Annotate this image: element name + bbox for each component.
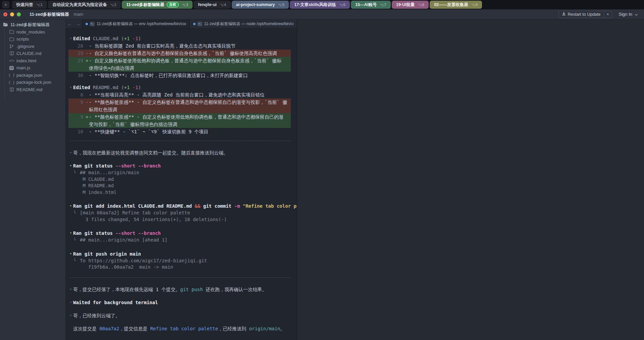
zoom-window-button[interactable] (17, 12, 21, 16)
sign-in-label: Sign In (619, 12, 632, 17)
tab-label: 11-zed多标签编辑器 (126, 2, 164, 8)
diff-line: 29+- 自定义颜色标签使用低饱和协调色板，普通态与选中态都保留自身色板质感，`… (68, 57, 291, 64)
terminal-tab-1[interactable]: >_11-zed多标签编辑器 — env /opt/homebrew/bin/c… (82, 19, 190, 28)
file-tree-item[interactable]: JSmain.js (0, 64, 65, 72)
tab-label: 自动设定为麦克风为指定设备 (52, 2, 107, 8)
tab-label: 17-文章skills风格训练 (294, 2, 336, 8)
divider (70, 141, 291, 141)
tab-label: fenqile-ui (198, 2, 217, 7)
tab-shortcut: ⌥2 (110, 3, 117, 7)
assistant-message: •哥，已经推到云端了。 (68, 312, 291, 319)
conversation[interactable]: •Edited CLAUDE.md (+1 -1)28- 当前标签跟随 Zed … (66, 29, 297, 340)
file-tree-root[interactable]: 11-zed多标签编辑器 (0, 21, 65, 28)
terminal-tab-2[interactable]: >_11-zed多标签编辑器 — node /opt/homebrew/bin/… (190, 19, 297, 28)
run-tool-call: •Ran git push origin main└To https://git… (68, 250, 291, 271)
close-window-button[interactable] (3, 12, 7, 16)
workspace-tab-1[interactable]: 快速问答⌥1 (12, 1, 47, 9)
file-tree-item[interactable]: node_modules (0, 28, 65, 36)
file-name: package-lock.json (16, 80, 51, 85)
braces-icon: { } (9, 72, 14, 78)
diff-line: 变与投影，`当前` 徽标用绿色白描边强调 (68, 121, 291, 128)
code-icon: </> (9, 58, 14, 63)
diff-line: 29-- 自定义颜色标签在普通态与选中态都保留自身色板质感，`当前` 徽标使用高… (68, 50, 291, 57)
diff-line: 30- **智能切换**: 点击标签时，已打开的项目激活窗口，未打开的新建窗口 (68, 72, 291, 79)
minimize-window-button[interactable] (10, 12, 14, 16)
file-name: index.html (16, 58, 36, 63)
tab-shortcut: ⌥5 (278, 3, 285, 7)
folder-icon (9, 29, 14, 35)
file-tree-item[interactable]: CLAUDE.md (0, 50, 65, 57)
terminal-icon: >_ (90, 22, 95, 26)
divider (70, 277, 291, 278)
workspace-tab-8[interactable]: 19-UI批量⌥8 (392, 1, 429, 9)
diff-line: 8- **当前项目高亮** - 高亮跟随 Zed 当前前台窗口，避免选中态和真实… (68, 91, 291, 98)
command-output-line: M README.md (68, 183, 291, 189)
sign-in-button[interactable]: Sign In (619, 12, 641, 17)
assistant-message: •哥，提交已经落了，本地现在领先远端 1 个提交。git push 还在跑，我再… (68, 286, 291, 293)
assistant-message: •哥，我现在把最新这轮视觉调整连同文档一起提交。随后直接推送到云端。 (68, 149, 291, 156)
book-icon (9, 87, 14, 92)
command-output-line: └[main 00aa7a2] Refine tab color palette (68, 210, 291, 216)
file-tree-item[interactable]: README.md (0, 86, 65, 93)
file-name: README.md (16, 87, 42, 92)
tab-shortcut: ⌥4 (220, 3, 226, 7)
file-name: node_modules (16, 29, 45, 35)
indent-guide (4, 29, 5, 101)
workspace-tab-6[interactable]: 17-文章skills风格训练⌥6 (290, 1, 350, 9)
command-output-line: M CLAUDE.md (68, 176, 291, 183)
add-tab-button[interactable]: + (2, 1, 9, 8)
diff-line: 9-- **颜色标签质感** - 自定义色标签在普通态和选中态都保留自己的渐变与… (68, 98, 291, 106)
diff-line: 28- 当前标签跟随 Zed 前台窗口实时高亮，避免点击态与真实项目脱节 (68, 42, 291, 50)
assistant-message: •Waited for background terminal (68, 299, 291, 306)
file-tree-item[interactable]: scripts (0, 36, 65, 43)
run-tool-call: •Ran git add index.html CLAUDE.md README… (68, 202, 291, 223)
workspace-tab-7[interactable]: 15—AI账号⌥7 (351, 1, 391, 9)
terminal-tab-title: 11-zed多标签编辑器 — node /opt/homebrew/bin/co… (204, 21, 294, 27)
command-output-line: f19fb6a..00aa7a2 main -> main (68, 264, 291, 271)
diff-line: 使用绿色+白描边强调 (68, 64, 291, 72)
braces-icon: { } (9, 80, 14, 85)
modified-dot-icon (193, 23, 196, 25)
folder-icon (9, 37, 14, 42)
edit-tool-call: •Edited CLAUDE.md (+1 -1)28- 当前标签跟随 Zed … (68, 35, 291, 79)
workspace-tab-2[interactable]: 自动设定为麦克风为指定设备⌥2 (48, 1, 121, 9)
book-icon (9, 51, 14, 56)
tab-shortcut: ⌥7 (380, 3, 386, 7)
empty-editor-area (297, 19, 644, 340)
dismiss-update-button[interactable]: × (604, 11, 612, 18)
file-tree-item[interactable]: </>index.html (0, 57, 65, 65)
file-tree-item[interactable]: .gitignore (0, 43, 65, 50)
file-tree-item[interactable]: { }package.json (0, 72, 65, 79)
workspace-tab-3[interactable]: 11-zed多标签编辑器当前⌥3 (122, 1, 193, 9)
tab-label: ai-project-summary (236, 2, 275, 7)
diff-line: 9+- **颜色标签质感** - 自定义色标签使用低饱和协调色板，普通态和选中态… (68, 113, 291, 121)
download-icon (562, 12, 566, 17)
chevron-down-icon (635, 12, 638, 17)
traffic-lights (3, 12, 21, 16)
terminal-tab-title: 11-zed多标签编辑器 — env /opt/homebrew/bin/cod… (97, 21, 186, 27)
restart-label: Restart to Update (568, 12, 601, 17)
assistant-message: 这次提交是 00aa7a2，提交信息是 Refine tab color pal… (68, 325, 291, 332)
tab-shortcut: ⌥9 (471, 3, 478, 7)
file-tree-item[interactable]: { }package-lock.json (0, 79, 65, 86)
workspace-tab-4[interactable]: fenqile-ui⌥4 (194, 1, 230, 9)
file-tree-root-label: 11-zed多标签编辑器 (10, 22, 50, 28)
tab-label: 02——发票收集器 (434, 2, 468, 8)
command-output-line: 3 files changed, 54 insertions(+), 16 de… (68, 216, 291, 223)
file-name: .gitignore (16, 44, 34, 49)
diff-line: 标用红色强调 (68, 106, 291, 113)
tab-label: 快速问答 (16, 2, 33, 8)
tab-shortcut: ⌥1 (36, 3, 43, 7)
restart-to-update-button[interactable]: Restart to Update × (558, 11, 612, 18)
workspace-tab-9[interactable]: 02——发票收集器⌥9 (430, 1, 482, 9)
command-output-line: └## main...origin/main [ahead 1] (68, 237, 291, 244)
back-icon[interactable]: ← (67, 21, 72, 26)
forward-icon[interactable]: → (76, 21, 80, 26)
workspace-tab-strip: + 快速问答⌥1自动设定为麦克风为指定设备⌥211-zed多标签编辑器当前⌥3f… (0, 0, 644, 9)
command-output-line: M index.html (68, 189, 291, 196)
app-window: + 快速问答⌥1自动设定为麦克风为指定设备⌥211-zed多标签编辑器当前⌥3f… (0, 0, 644, 340)
project-panel: 11-zed多标签编辑器 node_modulesscripts.gitigno… (0, 19, 65, 340)
terminal-pane: ← → >_11-zed多标签编辑器 — env /opt/homebrew/b… (65, 19, 297, 340)
workspace-tab-5[interactable]: ai-project-summary⌥5 (232, 1, 289, 9)
tab-shortcut: ⌥6 (339, 3, 346, 7)
